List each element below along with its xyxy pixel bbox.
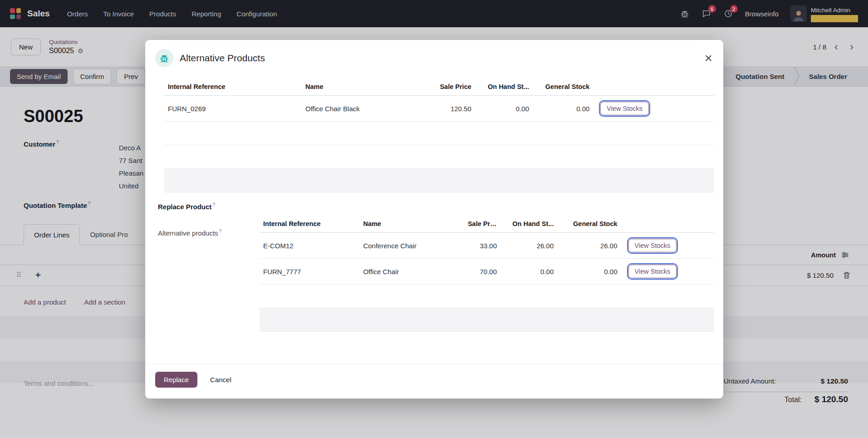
col-name: Name: [302, 78, 431, 96]
cell-internal-reference: E-COM12: [260, 233, 359, 259]
alternative-products-label: Alternative products?: [158, 215, 260, 332]
view-stocks-button[interactable]: View Stocks: [600, 102, 649, 115]
screen: Sales Orders To Invoice Products Reporti…: [0, 0, 868, 438]
cell-on-hand: 0.00: [475, 96, 533, 122]
bug-icon: [155, 49, 173, 67]
col-internal-reference: Internal Reference: [260, 215, 359, 233]
cell-internal-reference: FURN_0269: [164, 96, 302, 122]
col-sale-price: Sale Price: [464, 215, 500, 233]
view-stocks-button[interactable]: View Stocks: [628, 239, 677, 252]
cell-general-stock: 0.00: [533, 96, 593, 122]
dialog-header: Alternative Products ×: [145, 40, 723, 72]
empty-row: [164, 145, 714, 169]
close-icon[interactable]: ×: [704, 51, 712, 65]
col-general-stock: General Stock: [557, 215, 621, 233]
replace-product-label: Replace Product?: [158, 202, 714, 211]
table-header-row: Internal Reference Name Sale Price On Ha…: [260, 215, 714, 233]
replace-button[interactable]: Replace: [155, 372, 197, 388]
cell-general-stock: 26.00: [557, 233, 621, 259]
col-on-hand-stock: On Hand St...: [475, 78, 533, 96]
empty-row: [260, 308, 714, 332]
empty-row: [164, 169, 714, 192]
alternative-products-dialog: Alternative Products × Internal Referenc…: [145, 40, 723, 399]
help-icon: ?: [219, 229, 222, 234]
cell-on-hand: 26.00: [500, 233, 557, 259]
cancel-button[interactable]: Cancel: [204, 372, 238, 388]
cell-general-stock: 0.00: [557, 259, 621, 285]
col-general-stock: General Stock: [533, 78, 593, 96]
empty-row: [164, 122, 714, 145]
col-on-hand-stock: On Hand St...: [500, 215, 557, 233]
view-stocks-button[interactable]: View Stocks: [628, 265, 677, 278]
dialog-footer: Replace Cancel: [145, 364, 723, 399]
dialog-title: Alternative Products: [180, 53, 265, 64]
table-row: FURN_0269 Office Chair Black 120.50 0.00…: [164, 96, 714, 122]
help-icon: ?: [212, 202, 215, 207]
cell-sale-price: 70.00: [464, 259, 500, 285]
cell-name: Conference Chair: [359, 233, 464, 259]
table-header-row: Internal Reference Name Sale Price On Ha…: [164, 78, 714, 96]
dialog-body: Internal Reference Name Sale Price On Ha…: [145, 72, 723, 332]
cell-internal-reference: FURN_7777: [260, 259, 359, 285]
current-product-table: Internal Reference Name Sale Price On Ha…: [164, 78, 714, 192]
cell-sale-price: 33.00: [464, 233, 500, 259]
col-actions: [621, 215, 714, 233]
cell-on-hand: 0.00: [500, 259, 557, 285]
table-row[interactable]: E-COM12 Conference Chair 33.00 26.00 26.…: [260, 233, 714, 259]
alternative-products-section: Alternative products? Internal Reference…: [158, 215, 714, 332]
cell-sale-price: 120.50: [431, 96, 475, 122]
cell-name: Office Chair: [359, 259, 464, 285]
col-internal-reference: Internal Reference: [164, 78, 302, 96]
table-row[interactable]: FURN_7777 Office Chair 70.00 0.00 0.00 V…: [260, 259, 714, 285]
alternative-products-table: Internal Reference Name Sale Price On Ha…: [260, 215, 714, 332]
col-sale-price: Sale Price: [431, 78, 475, 96]
empty-row: [260, 285, 714, 308]
col-name: Name: [359, 215, 464, 233]
col-actions: [593, 78, 714, 96]
cell-name: Office Chair Black: [302, 96, 431, 122]
